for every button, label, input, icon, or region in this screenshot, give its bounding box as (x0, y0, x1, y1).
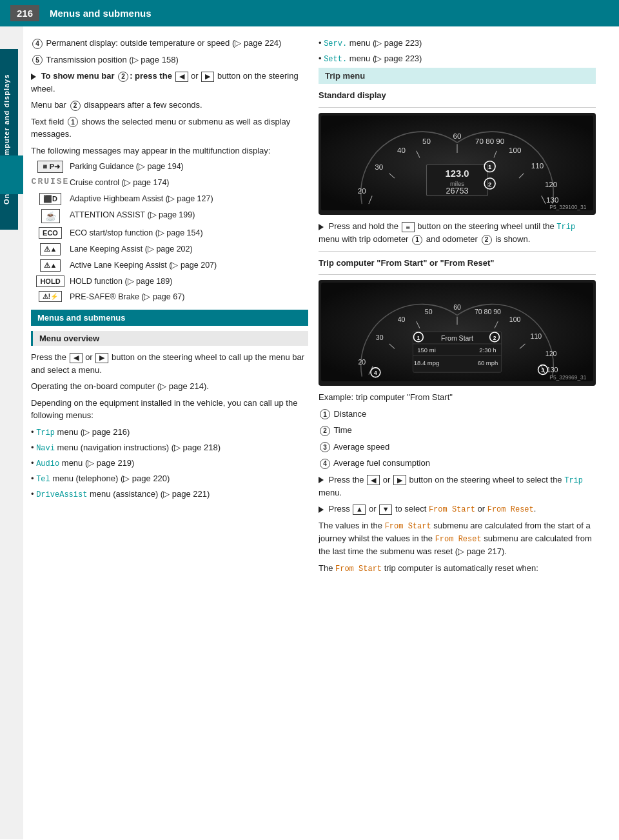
symbol-row-attention: ☕ ATTENTION ASSIST (▷ page 199) (31, 209, 308, 223)
example-label: Example: trip computer "From Start" (319, 391, 596, 404)
bullet-tri-4 (319, 506, 324, 513)
eco-desc: ECO start/stop function (▷ page 154) (70, 227, 308, 239)
hold-desc: HOLD function (▷ page 189) (70, 275, 308, 288)
lane-icon: ⚠▲ (40, 243, 61, 255)
menu-navi: Navi menu (navigation instructions) (▷ p… (31, 441, 308, 454)
svg-text:60: 60 (453, 303, 461, 311)
trip-menu-header: Trip menu (319, 68, 596, 84)
left-btn-2: ◀ (70, 353, 83, 363)
symbol-hold: HOLD (31, 275, 70, 287)
press-from-start-instruction: Press ▲ or ▼ to select From Start or Fro… (319, 503, 596, 515)
depending-text: Depending on the equipment installed in … (31, 397, 308, 422)
ann-avg-speed: 3 Average speed (319, 441, 596, 454)
content-area: 4 Permanent display: outside temperature… (23, 26, 619, 839)
svg-text:50: 50 (422, 137, 431, 145)
menus-section-header: Menus and submenus (31, 310, 308, 326)
svg-text:30: 30 (376, 334, 384, 341)
ann-circle-4: 4 (320, 459, 330, 469)
highbeam-icon: ⬛D (39, 193, 61, 205)
svg-text:100: 100 (509, 146, 521, 154)
svg-text:30: 30 (375, 163, 383, 171)
menu-sett: Sett. menu (▷ page 223) (319, 52, 596, 65)
press-select-instruction: Press the ◀ or ▶ button on the steering … (319, 474, 596, 499)
svg-text:120: 120 (545, 350, 557, 357)
driveassist-label: DriveAssist (36, 490, 87, 499)
svg-text:4: 4 (374, 370, 377, 377)
symbol-lane: ⚠▲ (31, 243, 70, 255)
menu-driveassist: DriveAssist menu (assistance) (▷ page 22… (31, 488, 308, 501)
bullet-triangle (31, 74, 36, 80)
symbol-active-lane: ⚠▲ (31, 259, 70, 272)
presafe-desc: PRE-SAFE® Brake (▷ page 67) (70, 291, 308, 303)
symbol-highbeam: ⬛D (31, 193, 70, 205)
svg-text:120: 120 (545, 179, 557, 188)
from-reset-inline: From Reset (435, 535, 482, 544)
svg-text:100: 100 (509, 315, 521, 323)
ann-time: 2 Time (319, 424, 596, 437)
ann-distance: 1 Distance (319, 408, 596, 421)
from-start-ref: From Start (429, 505, 475, 514)
gauge-svg-2: 20 30 40 50 60 70 80 90 100 110 120 130 … (321, 283, 593, 381)
auto-reset-text: The From Start trip computer is automati… (319, 562, 596, 575)
divider-2 (319, 251, 596, 252)
ann-circle-3: 3 (320, 442, 330, 452)
svg-text:110: 110 (531, 161, 544, 170)
ann-circle-2: 2 (320, 426, 330, 436)
divider-3 (319, 274, 596, 275)
svg-text:26753: 26753 (446, 186, 468, 195)
svg-text:130: 130 (547, 366, 558, 374)
menu-bar-disappears: Menu bar 2 disappears after a few second… (31, 99, 308, 112)
active-lane-desc: Active Lane Keeping Assist (▷ page 207) (70, 259, 308, 272)
press-hold-instruction: Press and hold the ≡ button on the steer… (319, 220, 596, 246)
text-field-info: Text field 1 shows the selected menu or … (31, 115, 308, 141)
svg-text:1: 1 (417, 335, 420, 341)
symbol-row-parking: ◾P➜ Parking Guidance (▷ page 194) (31, 161, 308, 173)
ann-circle-1: 1 (320, 409, 330, 419)
show-menu-label: To show menu bar 2: press the (41, 71, 172, 81)
svg-text:2:30 h: 2:30 h (479, 346, 496, 354)
symbol-eco: ECO (31, 227, 70, 239)
right-column: Serv. menu (▷ page 223) Sett. menu (▷ pa… (319, 37, 596, 829)
svg-text:130: 130 (546, 195, 558, 204)
down-btn: ▼ (379, 505, 392, 515)
cruise-desc: Cruise control (▷ page 174) (70, 177, 308, 189)
symbol-row-hold: HOLD HOLD function (▷ page 189) (31, 275, 308, 288)
highbeam-desc: Adaptive Highbeam Assist (▷ page 127) (70, 193, 308, 205)
gauge-svg-1: 20 30 40 50 60 70 80 90 100 110 120 130 … (321, 115, 593, 211)
svg-text:150 mi: 150 mi (417, 346, 435, 354)
svg-text:2: 2 (493, 335, 496, 341)
svg-text:P5_329969_31: P5_329969_31 (549, 374, 586, 381)
svg-text:From Start: From Start (441, 334, 473, 342)
left-btn-icon: ◀ (175, 72, 188, 82)
right-btn-2: ▶ (95, 353, 108, 363)
svg-text:20: 20 (358, 186, 366, 195)
show-menu-bar-instruction: To show menu bar 2: press the ◀ or ▶ but… (31, 70, 308, 95)
standard-display-heading: Standard display (319, 89, 596, 102)
hold-icon: HOLD (36, 275, 64, 287)
active-lane-icon: ⚠▲ (40, 259, 61, 272)
svg-text:70 80 90: 70 80 90 (475, 308, 501, 315)
right-btn-3: ▶ (393, 475, 406, 485)
svg-text:P5_329100_31: P5_329100_31 (549, 203, 586, 210)
values-from-start: The values in the From Start submenu are… (319, 519, 596, 558)
active-section-indicator (0, 155, 23, 194)
right-btn-icon: ▶ (201, 72, 214, 82)
left-margin: On-board computer and displays (0, 26, 23, 839)
bullet-tri-2 (319, 224, 324, 230)
menu-audio: Audio menu (▷ page 219) (31, 457, 308, 470)
circle-2a: 2 (118, 72, 128, 82)
tel-label: Tel (36, 475, 50, 484)
up-btn: ▲ (353, 505, 366, 515)
parking-icon: ◾P➜ (37, 161, 63, 173)
sett-label: Sett. (324, 55, 347, 64)
svg-text:miles: miles (450, 179, 464, 186)
ann-1: 1 (412, 235, 422, 245)
svg-text:40: 40 (398, 315, 406, 323)
symbol-row-presafe: ⚠!⚡ PRE-SAFE® Brake (▷ page 67) (31, 291, 308, 303)
hold-btn-icon: ≡ (402, 222, 415, 232)
operating-text: Operating the on-board computer (▷ page … (31, 380, 308, 393)
menu-tel: Tel menu (telephone) (▷ page 220) (31, 472, 308, 485)
annotation-list: 1 Distance 2 Time 3 Average speed 4 Aver… (319, 408, 596, 470)
svg-text:40: 40 (397, 146, 406, 154)
symbol-row-active-lane: ⚠▲ Active Lane Keeping Assist (▷ page 20… (31, 259, 308, 272)
